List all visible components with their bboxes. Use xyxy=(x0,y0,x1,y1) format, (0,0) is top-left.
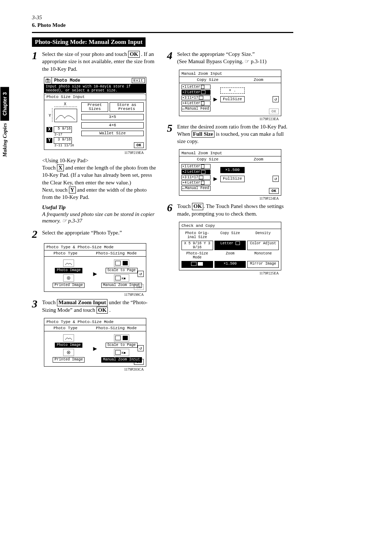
col-copy-size: Copy Size xyxy=(197,78,219,82)
manual-zoom-icon: K■ xyxy=(114,349,129,356)
letter-portrait2-button[interactable]: ▪4Letter xyxy=(181,180,211,185)
panel-phototype-2: Photo Type & Photo-Size Mode Photo TypeP… xyxy=(44,318,146,367)
printed-image-button[interactable]: Printed Image xyxy=(53,357,85,363)
ok-button[interactable]: OK xyxy=(269,188,279,194)
step-number-5: 5 xyxy=(167,123,173,145)
hdr-monotone: Monotone xyxy=(247,252,279,260)
svg-text:K■: K■ xyxy=(122,277,126,281)
svg-text:Y: Y xyxy=(49,113,51,118)
col-photo-type: Photo Type xyxy=(53,251,77,256)
panel-phototype-1: Photo Type & Photo-Size Mode Photo TypeP… xyxy=(44,243,146,292)
portrait-icon xyxy=(201,101,204,105)
val-orig-size[interactable]: X 5 9/16 Y 3 9/16 xyxy=(181,241,213,250)
step-4-text: Select the appropriate “Copy Size.” (See… xyxy=(177,50,266,65)
tray4-icon: ▪4 xyxy=(182,101,187,105)
manual-feed-icon: ▭ xyxy=(182,186,184,191)
letter-landscape-button[interactable]: ▪2Letter xyxy=(181,170,211,174)
panel-title: Photo Type & Photo-Size Mode xyxy=(44,319,146,325)
svg-rect-7 xyxy=(54,109,77,122)
useful-tip-heading: Useful Tip xyxy=(42,204,158,211)
btn-color-adjust[interactable]: Color Adjust xyxy=(247,241,279,250)
letter-portrait-button[interactable]: ▪1Letter xyxy=(181,164,211,169)
scale-to-page-button[interactable]: Scale to Page xyxy=(106,343,138,348)
landscape-icon xyxy=(236,241,240,245)
portrait-icon xyxy=(201,164,204,168)
letter-landscape-button[interactable]: ▪2Letter xyxy=(181,90,211,95)
undo-button[interactable]: ↺ xyxy=(273,96,279,102)
x-value: 5 9/16 xyxy=(54,126,72,133)
preset-sizes-button[interactable]: Preset Sizes xyxy=(81,102,108,112)
chapter-tab: Chapter 3 xyxy=(0,87,9,121)
manual-feed-button[interactable]: ▭Manual Feed xyxy=(181,106,211,111)
step-number-4: 4 xyxy=(167,50,173,65)
val-copy-size[interactable]: Letter xyxy=(215,241,246,250)
tray2-icon: ▪2 xyxy=(182,170,187,174)
size-4x6-button[interactable]: 4×6 xyxy=(81,122,144,128)
exit-button[interactable]: Exit xyxy=(132,78,145,83)
landscape-icon xyxy=(201,90,205,94)
col-photo-type: Photo Type xyxy=(53,326,77,330)
letter-portrait-button[interactable]: ▪1Letter xyxy=(181,85,211,89)
panel-subhead: Photo Size Input xyxy=(44,94,146,100)
side-tab: Chapter 3 Making Copies xyxy=(0,87,9,240)
step-1-y-instruction: Next, touch Y and enter the width of the… xyxy=(42,186,158,201)
arrow-right-icon: ▶ xyxy=(213,95,217,103)
y-range: 2–11 11/16 xyxy=(54,144,79,147)
figure-caption: 1179P225EA xyxy=(167,271,279,275)
11x17-button[interactable]: ▪311×17 xyxy=(181,95,211,100)
fullsize-button[interactable]: FullSize xyxy=(220,96,245,102)
svg-rect-20 xyxy=(191,262,196,266)
undo-button[interactable]: ↺ xyxy=(273,176,279,182)
section-side-label: Making Copies xyxy=(2,123,8,157)
letter-portrait2-button[interactable]: ▪4Letter xyxy=(181,101,211,106)
tray4-icon: ▪4 xyxy=(182,181,187,185)
svg-text:X: X xyxy=(64,102,66,106)
fullsize-button[interactable]: FullSize xyxy=(220,176,245,182)
11x17-button[interactable]: ▪311×17 xyxy=(181,175,211,180)
svg-rect-21 xyxy=(198,262,203,266)
printed-icon xyxy=(63,274,74,282)
val-photo-size-mode[interactable] xyxy=(181,261,213,268)
step-number-1: 1 xyxy=(32,50,38,73)
photo-image-button[interactable]: Photo Image xyxy=(55,343,82,348)
figure-caption: 1179P224EA xyxy=(167,196,279,200)
size-wallet-button[interactable]: Wallet Size xyxy=(81,131,144,136)
store-presets-button[interactable]: Store as Presets xyxy=(110,102,144,112)
mode-heading: Photo-Sizing Mode: Manual Zoom Input xyxy=(32,37,146,47)
zoom-value: × . xyxy=(220,87,245,94)
panel-title: Manual Zoom Input xyxy=(179,150,281,156)
camera-icon xyxy=(44,77,52,84)
photo-image-button[interactable]: Photo Image xyxy=(55,268,82,273)
zoom-value: ×1.500 xyxy=(220,167,245,173)
hdr-density: Density xyxy=(247,231,279,239)
btn-mirror-image[interactable]: Mirror Image xyxy=(247,261,279,268)
undo-button[interactable]: ↺ xyxy=(138,271,144,277)
size-3x5-button[interactable]: 3×5 xyxy=(81,114,144,120)
panel-title: Check and Copy xyxy=(179,223,281,229)
ok-button[interactable]: OK xyxy=(134,142,144,148)
portrait-icon xyxy=(201,85,204,89)
undo-button[interactable]: ↺ xyxy=(138,345,144,351)
ok-button[interactable]: OK xyxy=(134,359,144,365)
x-key: X xyxy=(57,164,64,171)
val-zoom[interactable]: ×1.500 xyxy=(215,261,246,268)
y-label[interactable]: Y xyxy=(46,138,52,143)
figure-caption: 1179P223EA xyxy=(167,117,279,121)
panel-title: Photo Mode xyxy=(52,77,131,84)
printed-image-button[interactable]: Printed Image xyxy=(53,283,85,288)
scale-to-page-button[interactable]: Scale to Page xyxy=(106,268,138,273)
tray1-icon: ▪1 xyxy=(182,85,187,89)
using-10key-heading: <Using 10-Key Pad> xyxy=(42,157,158,164)
panel-check-copy: Check and Copy Photo Orig-inal Size Copy… xyxy=(179,222,281,270)
manual-feed-button[interactable]: ▭Manual Feed xyxy=(181,186,211,191)
step-number-3: 3 xyxy=(32,299,38,314)
ok-key: OK xyxy=(128,51,139,58)
landscape-icon xyxy=(199,176,203,179)
rule xyxy=(32,32,293,33)
x-label[interactable]: X xyxy=(46,127,52,132)
ok-key: OK xyxy=(97,307,108,314)
step-1-text: Select the size of your photo and touch … xyxy=(42,50,158,73)
svg-rect-10 xyxy=(115,261,121,265)
y-value: 3 9/16 xyxy=(54,137,72,144)
col-zoom: Zoom xyxy=(254,157,263,162)
